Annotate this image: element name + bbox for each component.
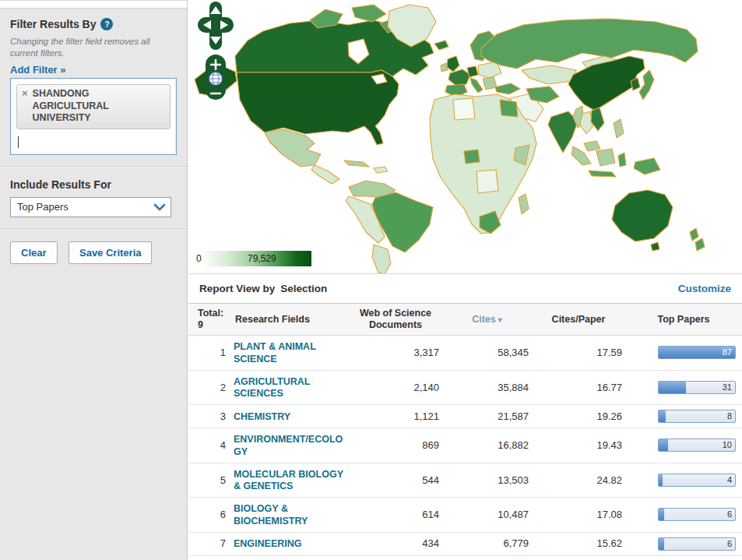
top-papers-bar: 10 <box>658 438 736 452</box>
filter-results-title: Filter Results By ? <box>10 18 177 30</box>
rank-cell: 2 <box>188 370 232 405</box>
map-controls <box>196 2 235 100</box>
cites-per-paper-cell: 19.43 <box>532 428 625 463</box>
research-field-link[interactable]: BIOLOGY & BIOCHEMISTRY <box>234 503 308 527</box>
research-field-link[interactable]: ENGINEERING <box>234 538 302 549</box>
docs-cell: 544 <box>349 463 442 498</box>
rank-cell: 4 <box>188 428 232 463</box>
top-papers-value: 4 <box>727 475 732 485</box>
choropleth-world-map[interactable] <box>188 0 742 274</box>
filter-results-title-text: Filter Results By <box>10 18 96 30</box>
top-papers-bar: 6 <box>658 537 736 551</box>
report-header: Report View bySelection Customize <box>188 274 742 303</box>
docs-cell: 1,121 <box>349 405 442 428</box>
results-table: Total:9 Research Fields Web of Science D… <box>188 303 742 560</box>
table-row: 1 PLANT & ANIMAL SCIENCE 3,317 58,345 17… <box>188 336 742 371</box>
map-region-germany[interactable] <box>467 66 478 77</box>
col-research-fields[interactable]: Research Fields <box>232 304 349 336</box>
top-papers-bar-fill <box>659 410 666 422</box>
research-field-link[interactable]: CHEMISTRY <box>234 411 290 422</box>
top-papers-bar-fill <box>659 382 686 393</box>
filter-tag-label: SHANDONG AGRICULTURAL UNIVERSITY <box>33 88 165 125</box>
sidebar-top-strip <box>0 0 187 9</box>
report-title: Report View bySelection <box>199 283 327 294</box>
table-row: 8 MICROBIOLOGY 473 5,608 11.86 2 <box>188 555 742 560</box>
cites-cell: 13,503 <box>442 463 532 498</box>
cites-cell: 6,779 <box>442 532 532 555</box>
docs-cell: 434 <box>349 532 442 555</box>
sidebar-divider <box>0 166 187 167</box>
filter-note: Changing the filter field removes all cu… <box>10 36 177 59</box>
col-wos-documents[interactable]: Web of Science Documents <box>349 304 442 336</box>
table-row: 5 MOLECULAR BIOLOGY & GENETICS 544 13,50… <box>188 463 742 498</box>
cites-cell: 16,882 <box>442 428 532 463</box>
cites-cell: 35,884 <box>442 370 532 405</box>
top-papers-bar: 31 <box>658 381 736 394</box>
include-results-label: Include Results For <box>10 178 177 191</box>
map-region-congo[interactable] <box>476 170 498 193</box>
add-filter-link[interactable]: Add Filter » <box>10 64 66 76</box>
map-region-egypt[interactable] <box>500 100 518 117</box>
top-papers-bar: 4 <box>658 474 736 487</box>
filter-tag: × SHANDONG AGRICULTURAL UNIVERSITY <box>16 84 171 129</box>
docs-cell: 3,317 <box>349 336 442 371</box>
cites-per-paper-cell: 17.59 <box>532 336 625 371</box>
cites-per-paper-cell: 11.86 <box>532 555 625 560</box>
top-papers-bar-fill <box>659 439 668 451</box>
top-papers-bar-fill <box>659 538 664 550</box>
top-papers-value: 6 <box>727 539 732 549</box>
top-papers-value: 8 <box>727 411 732 421</box>
rank-cell: 3 <box>188 405 232 428</box>
map-region-sulawesi[interactable] <box>618 153 626 167</box>
map-zoom-control[interactable] <box>206 55 226 100</box>
cites-per-paper-cell: 24.82 <box>532 463 625 498</box>
cites-per-paper-cell: 15.62 <box>532 532 625 555</box>
clear-button[interactable]: Clear <box>10 241 58 264</box>
rank-cell: 1 <box>188 336 232 371</box>
research-field-link[interactable]: AGRICULTURAL SCIENCES <box>234 376 310 400</box>
filter-input-box[interactable]: × SHANDONG AGRICULTURAL UNIVERSITY <box>10 78 177 155</box>
include-results-dropdown[interactable]: Top Papers <box>10 197 171 217</box>
cites-per-paper-cell: 17.08 <box>532 498 625 533</box>
col-top-papers[interactable]: Top Papers <box>625 304 742 336</box>
help-icon[interactable]: ? <box>100 18 113 30</box>
top-papers-bar: 87 <box>658 346 736 359</box>
report-title-prefix: Report View by <box>199 283 275 294</box>
map-pan-control[interactable] <box>196 2 235 50</box>
cites-cell: 58,345 <box>442 336 532 371</box>
map-region-libya-chad[interactable] <box>453 98 475 120</box>
remove-tag-icon[interactable]: × <box>22 88 28 99</box>
map-region-caribbean[interactable] <box>374 167 388 173</box>
total-header: Total:9 <box>188 304 232 336</box>
docs-cell: 869 <box>349 428 442 463</box>
research-field-link[interactable]: PLANT & ANIMAL SCIENCE <box>234 341 316 365</box>
docs-cell: 614 <box>349 498 442 533</box>
top-papers-value: 10 <box>723 440 732 450</box>
table-row: 7 ENGINEERING 434 6,779 15.62 6 <box>188 532 742 555</box>
cites-per-paper-cell: 19.26 <box>532 405 625 428</box>
top-papers-value: 87 <box>723 347 732 357</box>
rank-cell: 6 <box>188 498 232 533</box>
col-cites[interactable]: Cites▾ <box>442 304 532 336</box>
cites-cell: 10,487 <box>442 498 532 533</box>
table-row: 3 CHEMISTRY 1,121 21,587 19.26 8 <box>188 405 742 428</box>
table-header-row: Total:9 Research Fields Web of Science D… <box>188 304 742 336</box>
cites-cell: 21,587 <box>442 405 532 428</box>
research-field-link[interactable]: ENVIRONMENT/ECOLOGY <box>234 434 343 457</box>
map-region-nigeria[interactable] <box>464 150 480 164</box>
world-map-section: 0 79,529 <box>188 0 742 274</box>
include-results-selected: Top Papers <box>17 201 69 213</box>
legend-min-value: 0 <box>196 253 202 264</box>
top-papers-bar: 8 <box>658 410 736 423</box>
filter-sidebar: Filter Results By ? Changing the filter … <box>0 0 188 560</box>
customize-link[interactable]: Customize <box>678 283 731 294</box>
map-region-borneo[interactable] <box>596 149 615 166</box>
top-papers-value: 31 <box>723 382 732 393</box>
text-caret <box>18 136 19 148</box>
table-row: 2 AGRICULTURAL SCIENCES 2,140 35,884 16.… <box>188 370 742 405</box>
save-criteria-button[interactable]: Save Criteria <box>69 241 153 264</box>
research-field-link[interactable]: MOLECULAR BIOLOGY & GENETICS <box>234 469 343 492</box>
top-papers-bar: 6 <box>658 508 736 521</box>
report-title-selection: Selection <box>280 283 327 294</box>
col-cites-per-paper[interactable]: Cites/Paper <box>532 304 625 336</box>
